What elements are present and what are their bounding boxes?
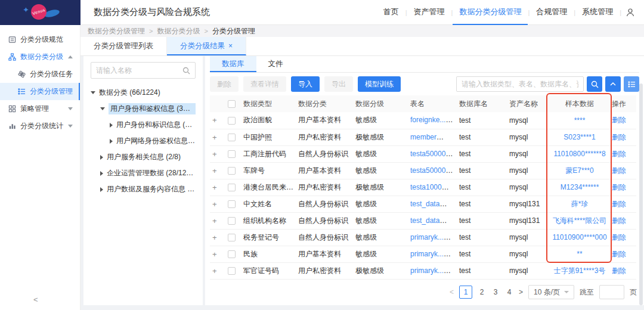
row-expander[interactable]: + bbox=[212, 216, 217, 225]
table-name-link[interactable]: testa50000 bbox=[410, 150, 453, 158]
row-checkbox[interactable] bbox=[228, 117, 236, 125]
tree-toggle-icon[interactable] bbox=[100, 107, 105, 110]
tree-toggle-icon[interactable] bbox=[100, 171, 103, 176]
nav-item-4[interactable]: 系统管理 bbox=[575, 0, 620, 25]
toolbar-button-4[interactable]: 模型训练 bbox=[358, 76, 401, 92]
tab-list[interactable]: 分类分级管理列表 bbox=[80, 37, 167, 55]
row-checkbox[interactable] bbox=[228, 250, 236, 258]
toolbar-button-2[interactable]: 导入 bbox=[291, 76, 320, 92]
delete-row-link[interactable]: 删除 bbox=[612, 233, 626, 241]
breadcrumb-item[interactable]: 数据分类分级 bbox=[157, 26, 200, 36]
close-icon[interactable]: × bbox=[228, 42, 233, 50]
row-checkbox[interactable] bbox=[228, 234, 236, 241]
toolbar-button-1[interactable]: 查看详情 bbox=[243, 76, 286, 92]
tree-node[interactable]: 用户服务相关信息 (2/8) bbox=[91, 149, 196, 165]
tree-toggle-icon[interactable] bbox=[110, 123, 113, 128]
search-button[interactable] bbox=[587, 76, 602, 92]
page-number-4[interactable]: 4 bbox=[505, 288, 513, 296]
table-search-input[interactable] bbox=[456, 76, 584, 92]
sidebar-collapse-button[interactable]: < bbox=[33, 295, 38, 304]
row-checkbox[interactable] bbox=[228, 200, 236, 208]
tree-node-label[interactable]: 用户身份和标识信息 (34/62) bbox=[116, 120, 196, 130]
user-icon[interactable] bbox=[621, 8, 639, 17]
tree-toggle-icon[interactable] bbox=[110, 139, 113, 144]
toolbar-button-3[interactable]: 导出 bbox=[324, 76, 353, 92]
vertical-scrollbar[interactable] bbox=[639, 83, 643, 305]
row-expander[interactable]: + bbox=[212, 233, 217, 242]
jump-page-input[interactable] bbox=[599, 285, 624, 299]
row-checkbox[interactable] bbox=[228, 150, 236, 158]
row-expander[interactable]: + bbox=[212, 200, 217, 209]
sidebar-item-0[interactable]: 分类分级规范 bbox=[0, 31, 80, 48]
sidebar-item-1[interactable]: 数据分类分级 bbox=[0, 48, 80, 66]
row-checkbox[interactable] bbox=[228, 184, 236, 191]
page-number-1[interactable]: 1 bbox=[459, 286, 472, 299]
sidebar-item-2[interactable]: 分类分级任务 bbox=[0, 66, 80, 83]
row-expander[interactable]: + bbox=[212, 183, 217, 192]
row-expander[interactable]: + bbox=[212, 116, 217, 125]
table-name-link[interactable]: testa1000 bbox=[410, 183, 449, 191]
table-name-link[interactable]: testa50000 bbox=[410, 166, 453, 175]
breadcrumb-item[interactable]: 分类分级管理 bbox=[212, 26, 255, 36]
search-icon[interactable] bbox=[182, 67, 190, 75]
delete-row-link[interactable]: 删除 bbox=[612, 250, 626, 258]
delete-row-link[interactable]: 删除 bbox=[612, 133, 626, 141]
tree-toggle-icon[interactable] bbox=[100, 155, 103, 160]
sample-data-link[interactable]: 11010900****000 bbox=[552, 233, 606, 241]
sidebar-item-3[interactable]: 分类分级管理 bbox=[0, 83, 80, 100]
tab-result[interactable]: 分类分级结果× bbox=[167, 37, 246, 55]
table-name-link[interactable]: primaryk... bbox=[410, 250, 451, 258]
next-page-icon[interactable]: > bbox=[519, 288, 523, 296]
sample-data-link[interactable]: 薛*珍 bbox=[571, 200, 589, 208]
prev-page-icon[interactable]: < bbox=[450, 288, 454, 296]
breadcrumb-item[interactable]: 数据分类分级管理 bbox=[88, 26, 145, 36]
row-expander[interactable]: + bbox=[212, 150, 217, 159]
sidebar-item-5[interactable]: 分类分级统计 bbox=[0, 117, 80, 135]
sample-data-link[interactable]: M1234****** bbox=[561, 183, 599, 191]
tree-node[interactable]: 用户网络身份鉴权信息 (0/0) bbox=[91, 133, 196, 149]
row-checkbox[interactable] bbox=[228, 167, 236, 175]
row-expander[interactable]: + bbox=[212, 250, 217, 259]
sample-data-link[interactable]: 士字第91****3号 bbox=[554, 266, 606, 275]
tree-node[interactable]: 用户身份和标识信息 (34/62) bbox=[91, 117, 196, 133]
nav-item-3[interactable]: 合规管理 bbox=[530, 0, 574, 25]
delete-row-link[interactable]: 删除 bbox=[612, 216, 626, 225]
tree-node-label[interactable]: 用户数据及服务内容信息 (2/8) bbox=[107, 184, 196, 194]
row-expander[interactable]: + bbox=[212, 266, 217, 275]
row-checkbox[interactable] bbox=[228, 217, 236, 225]
collapse-search-button[interactable] bbox=[605, 76, 621, 92]
source-tab-0[interactable]: 数据库 bbox=[210, 56, 256, 72]
tree-node-label[interactable]: 企业运营管理数据 (28/1218) bbox=[107, 168, 196, 178]
table-name-link[interactable]: primaryk... bbox=[410, 266, 451, 275]
tree-node[interactable]: 用户身份和鉴权信息 (34/62) bbox=[91, 101, 196, 117]
tree-node[interactable]: 企业运营管理数据 (28/1218) bbox=[91, 165, 196, 181]
delete-row-link[interactable]: 删除 bbox=[612, 116, 626, 124]
tree-node[interactable]: 用户数据及服务内容信息 (2/8) bbox=[91, 181, 196, 197]
select-all-checkbox[interactable] bbox=[228, 100, 236, 108]
delete-row-link[interactable]: 删除 bbox=[612, 183, 626, 191]
tree-node-label[interactable]: 数据分类 (66/1224) bbox=[99, 88, 160, 98]
sample-data-link[interactable]: 蒙E7***0 bbox=[565, 166, 593, 175]
sample-data-link[interactable]: ** bbox=[577, 250, 582, 258]
tree-node[interactable]: 数据分类 (66/1224) bbox=[91, 85, 196, 101]
tree-toggle-icon[interactable] bbox=[100, 187, 103, 192]
sample-data-link[interactable]: 11010800******8 bbox=[553, 150, 605, 158]
row-checkbox[interactable] bbox=[228, 267, 236, 275]
tree-node-label[interactable]: 用户网络身份鉴权信息 (0/0) bbox=[116, 136, 196, 146]
sample-data-link[interactable]: **** bbox=[574, 116, 586, 125]
table-name-link[interactable]: member bbox=[410, 133, 444, 141]
sidebar-item-4[interactable]: 策略管理 bbox=[0, 100, 80, 117]
delete-row-link[interactable]: 删除 bbox=[612, 166, 626, 175]
row-checkbox[interactable] bbox=[228, 134, 236, 141]
table-name-link[interactable]: foreignke... bbox=[410, 116, 453, 124]
nav-item-1[interactable]: 资产管理 bbox=[407, 0, 451, 25]
list-view-button[interactable] bbox=[624, 76, 639, 92]
table-name-link[interactable]: primaryk... bbox=[410, 233, 451, 241]
toolbar-button-0[interactable]: 删除 bbox=[210, 76, 239, 92]
delete-row-link[interactable]: 删除 bbox=[612, 200, 626, 208]
sample-data-link[interactable]: S023****1 bbox=[564, 133, 595, 141]
row-expander[interactable]: + bbox=[212, 166, 217, 175]
tree-node-label[interactable]: 用户身份和鉴权信息 (34/62) bbox=[109, 103, 196, 114]
delete-row-link[interactable]: 删除 bbox=[612, 150, 626, 158]
nav-item-0[interactable]: 首页 bbox=[377, 0, 405, 25]
